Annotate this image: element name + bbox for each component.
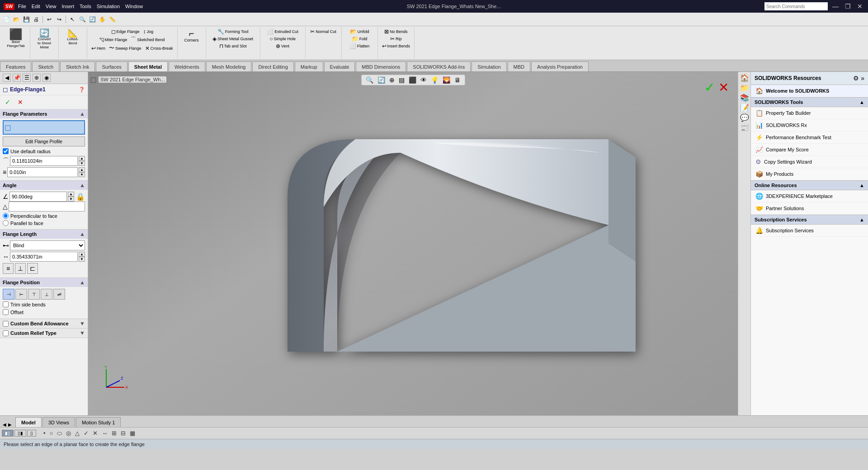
flange-position-collapse[interactable]: ▲: [80, 279, 85, 286]
nav-folder-icon[interactable]: 📁: [740, 84, 749, 92]
welcome-item[interactable]: 🏠 Welcome to SOLIDWORKS: [751, 85, 868, 97]
bt-point-icon[interactable]: •: [42, 429, 47, 437]
menu-insert[interactable]: Insert: [61, 4, 74, 9]
convert-tool[interactable]: 🔄 Convertto SheetMetal: [33, 28, 56, 50]
print-icon[interactable]: 🖨: [32, 15, 41, 24]
bottom-tab-right-arrow[interactable]: ▶: [7, 422, 13, 427]
undo-icon[interactable]: ↩: [45, 15, 54, 24]
close-btn[interactable]: ✕: [855, 3, 864, 10]
radius-input[interactable]: [10, 156, 78, 166]
pos-btn-2[interactable]: ⊢: [15, 289, 27, 300]
normal-cut-tool[interactable]: ✂ Normal Cut: [309, 28, 338, 35]
rip-tool[interactable]: ✂ Rip: [389, 35, 403, 42]
tab-model[interactable]: Model: [15, 417, 42, 427]
angle-down[interactable]: ▼: [68, 197, 74, 202]
menu-view[interactable]: View: [46, 4, 57, 9]
cancel-button[interactable]: ✕: [15, 97, 25, 107]
3dexperience-item[interactable]: 🌐 3DEXPERIENCE Marketplace: [751, 190, 868, 202]
mode-btn-1[interactable]: ▮▯: [2, 430, 14, 437]
forming-tool-btn[interactable]: 🔧 Forming Tool: [216, 28, 250, 35]
panel-thumbtack-icon[interactable]: 📌: [13, 74, 21, 82]
select-icon[interactable]: ↖: [68, 15, 77, 24]
angle-up[interactable]: ▲: [68, 192, 74, 197]
property-tab-builder-item[interactable]: 📋 Property Tab Builder: [751, 107, 868, 119]
use-default-radius-checkbox[interactable]: [3, 148, 9, 154]
edit-flange-profile-btn[interactable]: Edit Flange Profile: [3, 136, 85, 146]
angle-input[interactable]: [9, 192, 67, 202]
trim-side-bends-checkbox[interactable]: [3, 301, 9, 307]
thickness-input[interactable]: [7, 167, 78, 177]
nav-book-icon[interactable]: 📚: [740, 94, 749, 102]
bt-expand-icon[interactable]: ⊞: [110, 429, 118, 437]
mode-btn-2[interactable]: ▯▮: [14, 430, 26, 437]
right-panel-settings-icon[interactable]: ⚙: [853, 75, 859, 82]
length-action-1[interactable]: ≡: [3, 263, 14, 274]
sweep-flange-tool[interactable]: 〜 Sweep Flange: [108, 44, 143, 52]
flange-params-collapse[interactable]: ▲: [80, 111, 85, 117]
sheet-metal-gusset-tool[interactable]: ◈ Sheet Metal Gusset: [211, 35, 255, 42]
extruded-cut-tool[interactable]: ⬜ Extruded Cut: [265, 28, 300, 35]
mode-btn-3[interactable]: ▯: [27, 430, 36, 437]
length-down[interactable]: ▼: [79, 257, 85, 262]
measure-icon[interactable]: 📏: [108, 15, 117, 24]
pan-icon[interactable]: ✋: [98, 15, 107, 24]
panel-target-icon[interactable]: ⊕: [33, 74, 41, 82]
help-icon[interactable]: ❓: [79, 87, 85, 93]
base-flange-tool[interactable]: ⬛ BaseFlange/Tab: [5, 28, 27, 49]
bt-x-icon[interactable]: ✕: [91, 429, 99, 437]
performance-benchmark-item[interactable]: ⚡ Performance Benchmark Test: [751, 132, 868, 144]
pos-btn-1[interactable]: ⊣: [3, 289, 14, 300]
flange-position-header[interactable]: Flange Position ▲: [0, 278, 88, 287]
flange-length-collapse[interactable]: ▲: [80, 231, 85, 237]
nav-chat-icon[interactable]: 💬: [740, 113, 749, 122]
tab-sketch-ink[interactable]: Sketch Ink: [60, 61, 95, 71]
confirm-check-icon[interactable]: ✓: [704, 80, 715, 95]
right-panel-expand-icon[interactable]: »: [861, 75, 864, 82]
pos-btn-3[interactable]: ⊤: [28, 289, 40, 300]
tab-markup[interactable]: Markup: [295, 61, 323, 71]
tab-surfaces[interactable]: Surfaces: [96, 61, 127, 71]
flange-params-header[interactable]: Flange Parameters ▲: [0, 109, 88, 118]
bt-table-icon[interactable]: ▦: [128, 429, 137, 437]
sketched-bend-tool[interactable]: ⌒ Sketched Bend: [129, 35, 166, 44]
lofted-bend-tool[interactable]: 📐 Lofted-Bend: [61, 28, 84, 46]
custom-relief-collapse[interactable]: ▼: [80, 330, 85, 336]
menu-window[interactable]: Window: [125, 4, 143, 9]
zoom-icon[interactable]: 🔍: [78, 15, 87, 24]
tab-simulation[interactable]: Simulation: [472, 61, 506, 71]
angle-header[interactable]: Angle ▲: [0, 181, 88, 190]
confirm-button[interactable]: ✓: [3, 97, 13, 107]
sw-tools-collapse[interactable]: ▲: [859, 99, 864, 105]
flange-length-header[interactable]: Flange Length ▲: [0, 230, 88, 239]
menu-file[interactable]: File: [18, 4, 26, 9]
compare-score-item[interactable]: 📈 Compare My Score: [751, 144, 868, 156]
tab-sketch[interactable]: Sketch: [32, 61, 59, 71]
copy-settings-item[interactable]: ⚙ Copy Settings Wizard: [751, 156, 868, 168]
tab-mbd-dimensions[interactable]: MBD Dimensions: [356, 61, 406, 71]
menu-simulation[interactable]: Simulation: [97, 4, 120, 9]
tab-features[interactable]: Features: [0, 61, 31, 71]
menu-edit[interactable]: Edit: [32, 4, 40, 9]
jog-tool[interactable]: ↕ Jog: [142, 28, 155, 35]
solidworks-rx-item[interactable]: 📊 SOLIDWORKS Rx: [751, 119, 868, 132]
redo-icon[interactable]: ↪: [55, 15, 64, 24]
new-icon[interactable]: 📄: [2, 15, 11, 24]
custom-bend-allowance-header[interactable]: Custom Bend Allowance ▼: [0, 319, 88, 328]
vp-monitor-icon[interactable]: 🖥: [453, 76, 462, 84]
vp-filter-icon[interactable]: ▤: [397, 76, 406, 84]
insert-bends-tool[interactable]: ↩ Insert Bends: [381, 42, 412, 50]
custom-bend-collapse[interactable]: ▼: [80, 320, 85, 327]
nav-news-icon[interactable]: 📰: [740, 123, 749, 132]
vp-search-icon[interactable]: 🔍: [364, 76, 375, 84]
tab-3d-views[interactable]: 3D Views: [42, 417, 75, 427]
edge-selection-box[interactable]: ◻: [3, 120, 85, 135]
open-icon[interactable]: 📂: [12, 15, 21, 24]
online-resources-collapse[interactable]: ▲: [859, 183, 864, 188]
hem-tool[interactable]: ↩ Hem: [90, 44, 107, 52]
vp-light-icon[interactable]: 💡: [429, 76, 440, 84]
simple-hole-tool[interactable]: ○ Simple Hole: [268, 35, 297, 42]
sw-tools-header[interactable]: SOLIDWORKS Tools ▲: [751, 97, 868, 107]
radius-down[interactable]: ▼: [79, 161, 85, 166]
nav-home-icon[interactable]: 🏠: [740, 74, 749, 82]
length-up[interactable]: ▲: [79, 252, 85, 257]
